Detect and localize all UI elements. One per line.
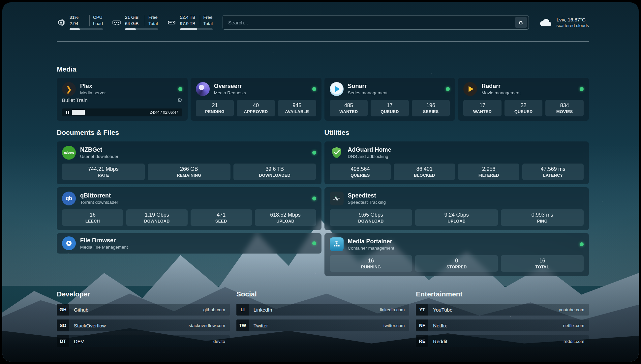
app-title: Media Portainer [348, 238, 394, 245]
stat-box: 945AVAILABLE [278, 100, 316, 116]
radarr-card[interactable]: Radarr Movie management 17WANTED 22QUEUE… [458, 78, 589, 121]
search-bar[interactable]: G [223, 15, 529, 30]
ram-progress-fill [125, 28, 136, 30]
status-indicator [580, 242, 584, 246]
status-indicator [178, 87, 182, 91]
cpu-progress-fill [70, 28, 80, 30]
app-title: Plex [80, 83, 106, 90]
overseerr-header: Overseerr Media Requests [196, 82, 316, 96]
top-bar: 31% 2.94 CPU Load [57, 13, 589, 32]
stat-box: 1.19 GbpsDOWNLOAD [126, 209, 188, 226]
ram-progress-bar [125, 28, 158, 30]
progress-track[interactable] [72, 110, 147, 115]
stat-box: 196SERIES [412, 100, 450, 116]
app-title: NZBGet [80, 146, 118, 153]
app-title: Radarr [481, 83, 521, 90]
cpu-usage-value: 31% [70, 15, 86, 20]
stats-row: 9.65 GbpsDOWNLOAD 9.24 GbpsUPLOAD 0.993 … [330, 209, 584, 226]
speedtest-card[interactable]: Speedtest Speedtest Tracking 9.65 GbpsDO… [324, 187, 589, 230]
overseerr-card[interactable]: Overseerr Media Requests 21PENDING 40APP… [191, 78, 321, 121]
stat-box: 0STOPPED [415, 255, 498, 272]
documents-column: Documents & Files nzbget NZBGet Usenet d… [57, 128, 321, 276]
cpu-load-label: Load [93, 21, 103, 26]
adguard-icon [330, 146, 344, 160]
stat-box: 39.6 TBDOWNLOADED [233, 164, 316, 180]
stat-box: 40APPROVED [237, 100, 275, 116]
progress-fill [72, 110, 85, 115]
dashboard-content: 31% 2.94 CPU Load [57, 2, 589, 362]
disk-total-value: 97.9 TB [180, 21, 197, 26]
sonarr-card[interactable]: Sonarr Series management 485WANTED 17QUE… [324, 78, 455, 121]
bookmark-dev[interactable]: DT DEV dev.to [57, 335, 230, 347]
stats-row: 498,564QUERIES 86,401BLOCKED 2,956FILTER… [330, 164, 584, 180]
status-indicator [312, 197, 316, 200]
status-indicator [312, 151, 316, 155]
status-indicator [580, 87, 584, 91]
portainer-card[interactable]: Media Portainer Container management 16R… [324, 233, 589, 276]
stat-box: 86,401BLOCKED [394, 164, 455, 180]
weather-widget: Lviv, 16.87°C scattered clouds [539, 16, 589, 29]
stat-box: 16RUNNING [330, 255, 412, 272]
stat-box: 17WANTED [463, 100, 502, 116]
app-title: Speedtest [348, 192, 386, 199]
adguard-header: AdGuard Home DNS and adblocking [330, 146, 584, 160]
media-grid: ❯ Plex Media server Bullet Train ⚙ [57, 78, 589, 121]
cloud-icon [539, 16, 553, 29]
status-indicator [312, 87, 316, 91]
now-playing-row: Bullet Train ⚙ [62, 97, 182, 103]
disk-free-value: 52.4 TB [180, 15, 197, 20]
filebrowser-card[interactable]: File Browser Media File Management [57, 233, 321, 254]
nzbget-card[interactable]: nzbget NZBGet Usenet downloader 744.21 M… [57, 141, 321, 184]
plex-icon: ❯ [62, 82, 76, 96]
weather-condition: scattered clouds [557, 23, 589, 28]
ram-total-label: Total [148, 21, 158, 26]
section-title-developer: Developer [57, 290, 230, 298]
bookmark-youtube[interactable]: YT YouTube youtube.com [416, 304, 589, 316]
stat-box: 9.65 GbpsDOWNLOAD [330, 209, 412, 226]
topbar-divider [57, 41, 589, 42]
netflix-badge: NF [416, 319, 428, 331]
bookmark-stackoverflow[interactable]: SO StackOverflow stackoverflow.com [57, 319, 230, 331]
bookmark-twitter[interactable]: TW Twitter twitter.com [236, 319, 410, 331]
stats-row: 21PENDING 40APPROVED 945AVAILABLE [196, 100, 316, 116]
overseerr-icon [196, 82, 210, 96]
stats-row: 485WANTED 17QUEUED 196SERIES [330, 100, 450, 116]
media-player-bar: 24:44 / 02:06:47 [62, 108, 182, 116]
bookmark-reddit[interactable]: RE Reddit reddit.com [416, 335, 589, 347]
search-input[interactable] [228, 19, 515, 26]
app-subtitle: Usenet downloader [80, 154, 118, 159]
bookmark-linkedin[interactable]: LI LinkedIn linkedin.com [236, 304, 410, 316]
bookmark-github[interactable]: GH Github github.com [57, 304, 230, 316]
stat-box: 17QUEUED [371, 100, 409, 116]
ram-monitor: 21 GiB 64 GiB Free Total [112, 15, 158, 30]
now-playing-title: Bullet Train [62, 97, 88, 103]
stats-row: 16LEECH 1.19 GbpsDOWNLOAD 471SEED 618.52… [62, 209, 316, 226]
stat-box: 21PENDING [196, 100, 234, 116]
status-indicator [446, 87, 450, 91]
pause-button[interactable] [63, 110, 72, 115]
system-monitors: 31% 2.94 CPU Load [57, 15, 213, 30]
bookmark-netflix[interactable]: NF Netflix netflix.com [416, 319, 589, 331]
stats-row: 16RUNNING 0STOPPED 16TOTAL [330, 255, 584, 272]
cpu-load-value: 2.94 [70, 21, 86, 26]
adguard-card[interactable]: AdGuard Home DNS and adblocking 498,564Q… [324, 141, 589, 184]
app-subtitle: Media server [80, 90, 106, 95]
stat-box: 0.993 msPING [501, 209, 584, 226]
reddit-badge: RE [416, 335, 428, 347]
dev-badge: DT [57, 335, 69, 347]
qbittorrent-card[interactable]: qb qBittorrent Torrent downloader 16LEEC… [57, 187, 321, 230]
social-column: Social LI LinkedIn linkedin.com TW Twitt… [236, 290, 410, 351]
stats-row: 17WANTED 22QUEUED 834MOVIES [463, 100, 584, 116]
bookmarks: Developer GH Github github.com SO StackO… [57, 290, 589, 351]
disk-icon [167, 18, 176, 27]
ram-free-label: Free [148, 15, 158, 20]
gear-icon[interactable]: ⚙ [177, 98, 182, 103]
ram-icon [112, 18, 121, 27]
section-title-social: Social [236, 290, 410, 298]
plex-card[interactable]: ❯ Plex Media server Bullet Train ⚙ [57, 78, 188, 121]
stat-box: 485WANTED [330, 100, 368, 116]
status-indicator [312, 241, 316, 245]
search-engine-button[interactable]: G [515, 17, 527, 28]
stats-row: 744.21 MbpsRATE 266 GBREMAINING 39.6 TBD… [62, 164, 316, 180]
section-title-entertainment: Entertainment [416, 290, 589, 298]
